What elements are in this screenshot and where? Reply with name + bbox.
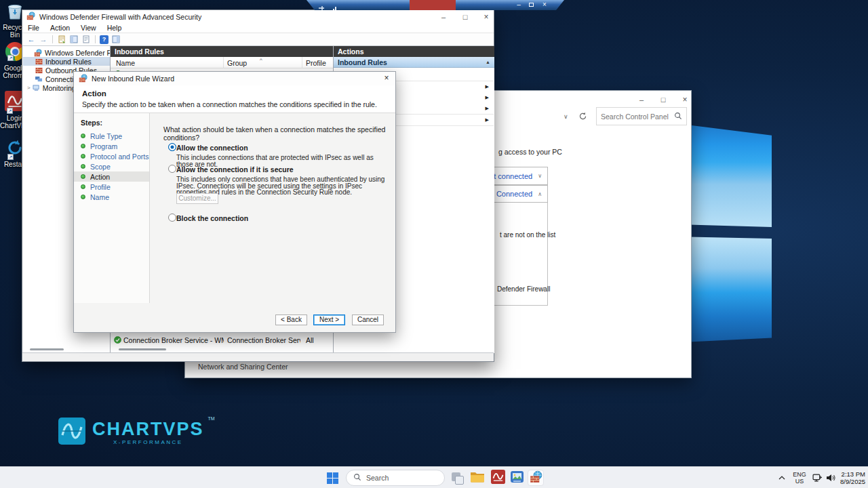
step-bullet-icon	[81, 164, 85, 169]
status-bar	[22, 352, 494, 361]
next-button[interactable]: Next >	[313, 314, 345, 325]
address-dropdown-chevron-icon[interactable]: ∨	[564, 113, 568, 120]
cp-minimize-button[interactable]: –	[635, 94, 648, 105]
wizard-subtitle: Specify the action to be taken when a co…	[82, 100, 387, 108]
tray-overflow-chevron[interactable]	[776, 470, 788, 486]
show-console-tree-icon[interactable]	[69, 35, 79, 44]
task-view-button[interactable]	[449, 470, 465, 486]
actions-inbound-rules-header[interactable]: Inbound Rules ▲	[334, 57, 494, 68]
radio-allow-if-secure[interactable]	[168, 165, 176, 173]
help-icon[interactable]: ?	[100, 35, 108, 44]
chevron-up-icon: ∧	[538, 191, 542, 197]
language-indicator[interactable]: ENG US	[791, 471, 808, 487]
step-protocol-and-ports[interactable]: Protocol and Ports	[74, 151, 149, 161]
firewall-titlebar[interactable]: Windows Defender Firewall with Advanced …	[22, 10, 494, 23]
fw-minimize-button[interactable]: –	[437, 12, 450, 22]
cp-close-button[interactable]: ×	[679, 94, 691, 105]
step-action-current[interactable]: Action	[74, 171, 149, 182]
option-allow-label[interactable]: Allow the connection	[176, 144, 248, 152]
taskbar: Search ENG US 2:13 PM	[0, 466, 868, 488]
customize-button[interactable]: Customize...	[176, 193, 218, 204]
clock[interactable]: 2:13 PM 8/9/2025	[835, 470, 865, 485]
tree-root-firewall[interactable]: Windows Defender Firewall with	[23, 48, 110, 57]
tray-date: 8/9/2025	[835, 478, 865, 485]
panel-view-icon[interactable]	[111, 35, 121, 44]
window-title: Windows Defender Firewall with Advanced …	[39, 13, 201, 21]
connected-label: Connected	[496, 190, 532, 198]
back-button[interactable]: < Back	[275, 314, 307, 325]
menu-file[interactable]: File	[22, 24, 45, 32]
actions-header: Actions	[334, 46, 494, 57]
brand-tm: TM	[208, 416, 214, 421]
language-line1: ENG	[791, 471, 808, 478]
tree-item-label: Inbound Rules	[45, 58, 92, 66]
network-sharing-center-link[interactable]: Network and Sharing Center	[198, 363, 288, 371]
search-icon[interactable]	[674, 110, 682, 123]
start-button[interactable]	[324, 470, 340, 486]
column-group[interactable]: Group	[227, 59, 247, 67]
submenu-arrow-icon: ▶	[486, 106, 489, 111]
forward-icon[interactable]: →	[39, 35, 48, 44]
step-bullet-icon	[81, 134, 85, 138]
radio-allow-connection[interactable]	[168, 143, 176, 151]
wizard-close-button[interactable]: ×	[380, 73, 393, 83]
new-inbound-rule-wizard: New Inbound Rule Wizard × Action Specify…	[73, 71, 396, 333]
firewall-taskbar-icon	[530, 470, 542, 486]
wizard-titlebar[interactable]: New Inbound Rule Wizard ×	[74, 72, 395, 85]
rule-profile: All	[306, 336, 314, 344]
step-label: Name	[90, 193, 109, 201]
back-icon[interactable]: ←	[26, 35, 36, 44]
taskbar-search[interactable]: Search	[346, 470, 445, 486]
rdp-connection-bar[interactable]: – ×	[307, 0, 564, 10]
step-name[interactable]: Name	[74, 192, 149, 202]
menu-help[interactable]: Help	[102, 24, 127, 32]
tree-expander-icon[interactable]: >	[27, 85, 31, 91]
list-hscrollbar[interactable]	[119, 348, 166, 350]
step-bullet-icon	[81, 144, 85, 148]
network-tray-icon[interactable]	[811, 470, 823, 486]
column-profile[interactable]: Profile	[306, 59, 326, 67]
display-settings-button[interactable]	[509, 470, 525, 486]
menu-action[interactable]: Action	[45, 24, 75, 32]
menu-view[interactable]: View	[75, 24, 102, 32]
submenu-arrow-icon: ▶	[486, 95, 489, 100]
rdp-restore-button[interactable]	[526, 1, 536, 9]
tree-item-inbound-rules[interactable]: Inbound Rules	[23, 57, 110, 66]
rdp-close-button[interactable]: ×	[540, 1, 549, 9]
radio-block-connection[interactable]	[168, 214, 176, 222]
wizard-content: What action should be taken when a conne…	[150, 113, 397, 303]
file-explorer-button[interactable]	[469, 470, 486, 486]
collapse-icon[interactable]: ▲	[486, 60, 490, 64]
rdp-machine-name-redacted	[410, 0, 456, 10]
cp-search-input[interactable]	[601, 113, 674, 121]
fw-close-button[interactable]: ×	[480, 12, 492, 22]
properties-icon[interactable]	[81, 35, 91, 44]
step-program[interactable]: Program	[74, 141, 149, 151]
rule-group: Connection Broker Service	[227, 336, 300, 344]
step-profile[interactable]: Profile	[74, 182, 149, 192]
column-name[interactable]: Name	[116, 59, 135, 67]
sort-ascending-icon: ^	[260, 57, 262, 63]
chartvps-app-button[interactable]	[490, 470, 506, 486]
refresh-icon[interactable]	[578, 111, 587, 123]
rule-check-icon	[114, 336, 121, 345]
step-bullet-icon	[81, 154, 85, 159]
rule-row[interactable]: Connection Broker Service - WMI (DCO... …	[111, 335, 333, 345]
export-list-icon[interactable]	[57, 35, 66, 44]
control-panel-search-box[interactable]	[596, 107, 687, 125]
windows-logo-icon	[327, 472, 338, 484]
cancel-button[interactable]: Cancel	[352, 314, 384, 325]
rdp-minimize-button[interactable]: –	[514, 1, 524, 9]
step-rule-type[interactable]: Rule Type	[74, 131, 149, 141]
not-connected-label: ot connected	[490, 172, 532, 180]
chartvps-brand-icon	[58, 418, 85, 447]
tree-hscrollbar[interactable]	[30, 348, 64, 350]
option-secure-label[interactable]: Allow the connection if it is secure	[176, 165, 294, 174]
option-block-label[interactable]: Block the connection	[176, 214, 248, 222]
step-label: Protocol and Ports	[90, 152, 149, 161]
firewall-app-button-active[interactable]	[528, 470, 544, 486]
step-bullet-icon	[81, 184, 85, 189]
step-scope[interactable]: Scope	[74, 161, 149, 171]
cp-maximize-button[interactable]: □	[657, 94, 669, 105]
fw-maximize-button[interactable]: □	[459, 12, 471, 22]
